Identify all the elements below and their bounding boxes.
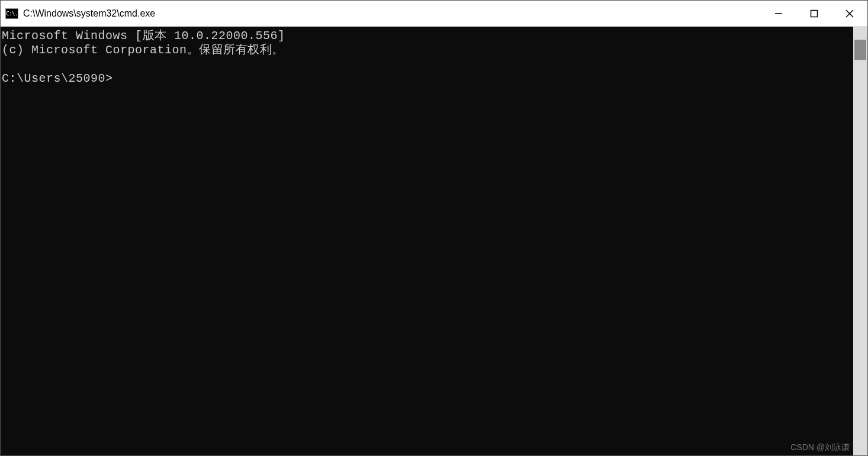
titlebar[interactable]: C:\. C:\Windows\system32\cmd.exe xyxy=(1,1,867,27)
cmd-window: C:\. C:\Windows\system32\cmd.exe Microso… xyxy=(0,0,868,456)
vertical-scrollbar[interactable] xyxy=(853,27,867,455)
close-button[interactable] xyxy=(832,1,867,26)
prompt-line: C:\Users\25090> xyxy=(2,72,113,85)
terminal-output[interactable]: Microsoft Windows [版本 10.0.22000.556] (c… xyxy=(1,27,853,455)
titlebar-left: C:\. C:\Windows\system32\cmd.exe xyxy=(5,8,155,19)
maximize-icon xyxy=(810,9,818,18)
minimize-icon xyxy=(774,9,783,18)
window-controls xyxy=(761,1,867,26)
terminal-container: Microsoft Windows [版本 10.0.22000.556] (c… xyxy=(1,27,867,455)
svg-rect-1 xyxy=(811,10,818,17)
scroll-thumb[interactable] xyxy=(854,40,866,60)
maximize-button[interactable] xyxy=(796,1,832,26)
close-icon xyxy=(846,9,854,18)
version-line: Microsoft Windows [版本 10.0.22000.556] xyxy=(2,29,285,43)
cmd-icon: C:\. xyxy=(5,8,18,19)
minimize-button[interactable] xyxy=(761,1,796,26)
copyright-line: (c) Microsoft Corporation。保留所有权利。 xyxy=(2,43,284,57)
window-title: C:\Windows\system32\cmd.exe xyxy=(23,8,155,19)
